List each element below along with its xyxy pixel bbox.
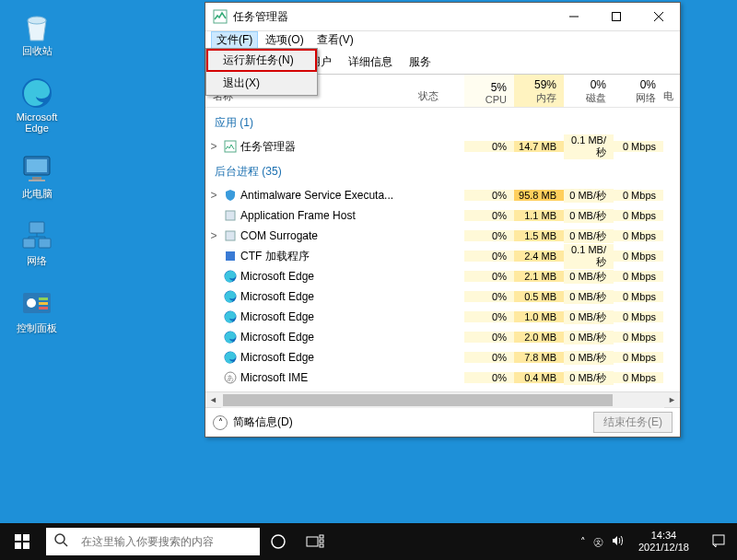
column-memory[interactable]: 59%内存 <box>514 75 564 107</box>
window-title: 任务管理器 <box>233 9 553 25</box>
table-row[interactable]: CTF 加载程序0%2.4 MB0.1 MB/秒0 Mbps <box>205 246 680 266</box>
cell-disk: 0 MB/秒 <box>564 189 614 203</box>
table-row[interactable]: Microsoft Edge0%2.0 MB0 MB/秒0 Mbps <box>205 327 680 347</box>
search-input[interactable] <box>76 535 260 548</box>
column-cpu[interactable]: 5%CPU <box>464 75 514 107</box>
desktop-icon-control-panel[interactable]: 控制面板 <box>9 285 64 335</box>
system-tray: ˄ ㉆ 14:34 2021/12/18 <box>580 530 737 553</box>
svg-point-10 <box>27 298 36 308</box>
menu-file[interactable]: 文件(F) <box>211 31 258 49</box>
table-row[interactable]: Microsoft Edge0%2.1 MB0 MB/秒0 Mbps <box>205 266 680 286</box>
column-network[interactable]: 0%网络 <box>614 75 663 107</box>
svg-rect-30 <box>15 534 21 541</box>
svg-rect-12 <box>39 302 48 305</box>
cell-network: 0 Mbps <box>614 332 663 343</box>
process-icon: あ <box>222 370 239 385</box>
menu-view[interactable]: 查看(V) <box>311 31 359 49</box>
close-button[interactable] <box>638 3 680 30</box>
cell-network: 0 Mbps <box>614 311 663 322</box>
cell-cpu: 0% <box>464 210 514 221</box>
desktop: 回收站 Microsoft Edge 此电脑 网络 控制面板 任务管理器 <box>0 0 737 560</box>
horizontal-scrollbar[interactable]: ◄ ► <box>205 391 680 407</box>
tray-chevron-icon[interactable]: ˄ <box>580 536 586 548</box>
menu-item-exit[interactable]: 退出(X) <box>206 72 317 95</box>
end-task-button[interactable]: 结束任务(E) <box>593 412 673 433</box>
expand-toggle[interactable]: > <box>205 140 222 153</box>
cell-disk: 0.1 MB/秒 <box>564 134 614 159</box>
svg-rect-38 <box>320 535 323 538</box>
desktop-icon-recycle-bin[interactable]: 回收站 <box>9 7 64 58</box>
tray-ime-icon[interactable]: ㉆ <box>593 535 603 549</box>
process-name: Microsoft Edge <box>239 290 464 303</box>
cell-cpu: 0% <box>464 230 514 241</box>
table-row[interactable]: Application Frame Host0%1.1 MB0 MB/秒0 Mb… <box>205 205 680 226</box>
svg-line-35 <box>64 542 67 546</box>
expand-toggle[interactable]: > <box>205 189 222 202</box>
table-row[interactable]: あMicrosoft IME0%0.4 MB0 MB/秒0 Mbps <box>205 368 680 388</box>
svg-rect-20 <box>226 211 235 220</box>
tab-details[interactable]: 详细信息 <box>340 50 401 75</box>
column-disk[interactable]: 0%磁盘 <box>564 75 614 107</box>
window-footer: ˄ 简略信息(D) 结束任务(E) <box>205 407 680 437</box>
taskbar-clock[interactable]: 14:34 2021/12/18 <box>631 530 696 553</box>
task-view-button[interactable] <box>297 523 333 560</box>
cell-memory: 2.0 MB <box>514 332 564 343</box>
titlebar[interactable]: 任务管理器 <box>205 3 680 30</box>
desktop-icon-label: 网络 <box>27 254 47 268</box>
scroll-left-button[interactable]: ◄ <box>205 392 221 408</box>
process-name: Microsoft Edge <box>239 270 464 283</box>
cortana-button[interactable] <box>260 523 297 560</box>
menu-options[interactable]: 选项(O) <box>260 31 309 49</box>
expand-toggle[interactable]: > <box>205 229 222 242</box>
cell-cpu: 0% <box>464 372 514 383</box>
scroll-track[interactable] <box>221 392 664 408</box>
minimize-button[interactable] <box>553 3 595 30</box>
desktop-icon-grid: 回收站 Microsoft Edge 此电脑 网络 控制面板 <box>9 7 64 335</box>
cell-cpu: 0% <box>464 190 514 201</box>
svg-rect-32 <box>15 542 21 549</box>
process-icon <box>222 330 239 344</box>
desktop-icon-this-pc[interactable]: 此电脑 <box>9 150 64 201</box>
group-apps: 应用 (1) <box>205 108 680 136</box>
svg-rect-21 <box>226 231 235 240</box>
fewer-details-label[interactable]: 简略信息(D) <box>233 414 293 430</box>
process-name: CTF 加载程序 <box>239 249 464 264</box>
file-menu-dropdown: 运行新任务(N) 退出(X) <box>205 48 318 96</box>
desktop-icon-network[interactable]: 网络 <box>9 217 64 268</box>
notifications-button[interactable] <box>704 533 733 550</box>
table-row[interactable]: Microsoft Edge0%0.5 MB0 MB/秒0 Mbps <box>205 286 680 307</box>
table-row[interactable]: >任务管理器0%14.7 MB0.1 MB/秒0 Mbps <box>205 136 680 157</box>
table-row[interactable]: >Antimalware Service Executa...0%95.8 MB… <box>205 185 680 205</box>
tray-volume-icon[interactable] <box>611 534 624 549</box>
svg-rect-31 <box>23 534 29 541</box>
cell-cpu: 0% <box>464 291 514 302</box>
edge-icon <box>18 75 55 111</box>
process-icon <box>222 309 239 324</box>
cell-network: 0 Mbps <box>614 271 663 282</box>
cell-network: 0 Mbps <box>614 251 663 262</box>
start-button[interactable] <box>0 523 44 560</box>
process-name: Antimalware Service Executa... <box>239 189 464 202</box>
group-background: 后台进程 (35) <box>205 157 680 185</box>
taskbar-search[interactable] <box>46 528 260 555</box>
taskbar: ˄ ㉆ 14:34 2021/12/18 <box>0 523 737 560</box>
svg-rect-22 <box>226 251 235 261</box>
svg-rect-16 <box>613 13 621 21</box>
column-status[interactable]: 状态 <box>418 75 464 107</box>
desktop-icon-edge[interactable]: Microsoft Edge <box>9 75 64 134</box>
cell-memory: 7.8 MB <box>514 352 564 363</box>
menu-item-run-new-task[interactable]: 运行新任务(N) <box>206 49 317 72</box>
cell-memory: 0.4 MB <box>514 372 564 383</box>
tab-services[interactable]: 服务 <box>401 50 439 75</box>
cell-cpu: 0% <box>464 352 514 363</box>
task-manager-icon <box>213 9 228 24</box>
table-row[interactable]: Microsoft Edge0%1.0 MB0 MB/秒0 Mbps <box>205 307 680 327</box>
column-power[interactable]: 电 <box>663 75 680 107</box>
fewer-details-toggle[interactable]: ˄ <box>213 415 228 430</box>
scroll-thumb[interactable] <box>223 394 613 406</box>
control-panel-icon <box>18 285 55 321</box>
cell-memory: 2.1 MB <box>514 271 564 282</box>
maximize-button[interactable] <box>595 3 638 30</box>
table-row[interactable]: Microsoft Edge0%7.8 MB0 MB/秒0 Mbps <box>205 347 680 368</box>
scroll-right-button[interactable]: ► <box>664 392 680 408</box>
